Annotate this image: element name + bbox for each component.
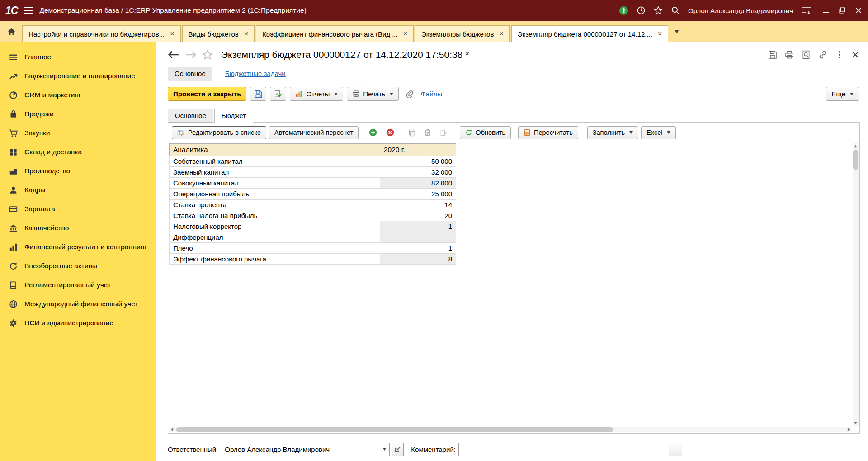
horizontal-scroll-thumb[interactable] — [176, 427, 613, 432]
sidebar-item-sales[interactable]: Продажи — [0, 105, 156, 124]
tab-close-icon[interactable]: × — [403, 30, 407, 38]
analytics-cell[interactable]: Эффект финансового рычага — [170, 254, 380, 265]
tab-budget-instance-active[interactable]: Экземпляр бюджета 000000127 от 14.12....… — [511, 25, 669, 42]
analytics-cell[interactable]: Заемный капитал — [170, 167, 380, 178]
post-and-close-button[interactable]: Провести и закрыть — [168, 87, 246, 101]
vertical-scrollbar[interactable] — [853, 143, 859, 426]
fill-button[interactable]: Заполнить — [587, 126, 638, 139]
sidebar-item-hr[interactable]: Кадры — [0, 181, 156, 200]
print-icon[interactable] — [785, 50, 794, 59]
history-icon[interactable] — [637, 6, 646, 15]
main-menu-icon[interactable] — [24, 7, 33, 14]
back-icon[interactable] — [168, 50, 179, 59]
collapse-panels-icon[interactable] — [801, 7, 811, 14]
analytics-cell[interactable]: Дифференциал — [170, 232, 380, 243]
sidebar-item-regulated-accounting[interactable]: Регламентированный учет — [0, 276, 156, 295]
open-responsible-button[interactable] — [392, 443, 404, 456]
tab-close-icon[interactable]: × — [244, 30, 248, 38]
favorite-star-icon[interactable] — [202, 49, 213, 60]
tab-close-icon[interactable]: × — [170, 30, 174, 38]
link-icon[interactable] — [818, 50, 827, 59]
recalculate-button[interactable]: Пересчитать — [518, 126, 578, 139]
sidebar-item-crm[interactable]: CRM и маркетинг — [0, 86, 156, 105]
scroll-down-icon[interactable] — [853, 420, 859, 426]
sidebar-item-salary[interactable]: Зарплата — [0, 200, 156, 219]
updates-icon[interactable] — [619, 6, 628, 15]
current-user[interactable]: Орлов Александр Владимирович — [688, 7, 793, 14]
more-button[interactable]: Еще — [826, 87, 859, 101]
scroll-up-icon[interactable] — [853, 143, 859, 149]
print-button[interactable]: Печать — [347, 87, 399, 101]
tab-list-dropdown-icon[interactable] — [674, 30, 679, 33]
table-row[interactable]: Собственный капитал50 000 — [170, 156, 456, 167]
forward-icon[interactable] — [185, 50, 197, 59]
search-icon[interactable] — [671, 6, 680, 15]
attachment-paperclip-icon[interactable] — [402, 87, 417, 101]
sidebar-item-main[interactable]: Главное — [0, 48, 156, 67]
value-cell[interactable]: 50 000 — [380, 156, 456, 167]
table-row[interactable]: Плечо1 — [170, 243, 456, 254]
value-cell[interactable]: 82 000 — [380, 178, 456, 189]
close-window-button[interactable] — [855, 7, 862, 14]
analytics-cell[interactable]: Плечо — [170, 243, 380, 254]
nav-tab-main[interactable]: Основное — [168, 67, 212, 81]
analytics-cell[interactable]: Налоговый корректор — [170, 221, 380, 232]
analytics-cell[interactable]: Операционная прибыль — [170, 189, 380, 200]
add-row-button[interactable] — [366, 126, 380, 139]
table-row[interactable]: Эффект финансового рычага8 — [170, 254, 456, 265]
copy-button[interactable] — [405, 126, 419, 139]
save-icon[interactable] — [768, 50, 777, 59]
column-header-2020[interactable]: 2020 г. — [380, 144, 456, 156]
value-cell[interactable] — [380, 232, 456, 243]
refresh-button[interactable]: Обновить — [460, 126, 511, 139]
close-form-icon[interactable] — [852, 51, 859, 58]
save-button[interactable] — [250, 87, 266, 101]
comment-input[interactable] — [458, 443, 667, 456]
nav-tab-budget-tasks[interactable]: Бюджетные задачи — [225, 70, 286, 77]
tab-budget-instances[interactable]: Экземпляры бюджетов × — [415, 25, 510, 42]
tab-budget-page[interactable]: Бюджет — [214, 109, 253, 123]
table-row[interactable]: Налоговый корректор1 — [170, 221, 456, 232]
table-row[interactable]: Совокупный капитал82 000 — [170, 178, 456, 189]
maximize-button[interactable] — [839, 7, 845, 14]
analytics-cell[interactable]: Собственный капитал — [170, 156, 380, 167]
analytics-cell[interactable]: Ставка процента — [170, 200, 380, 210]
comment-ellipsis-button[interactable]: ... — [669, 443, 682, 456]
auto-recalc-button[interactable]: Автоматический пересчет — [269, 126, 359, 139]
home-icon[interactable] — [7, 28, 16, 35]
scroll-left-icon[interactable] — [169, 427, 175, 432]
value-cell[interactable]: 8 — [380, 254, 456, 265]
tab-close-icon[interactable]: × — [658, 30, 662, 38]
tab-close-icon[interactable]: × — [499, 30, 503, 38]
vertical-scroll-thumb[interactable] — [853, 150, 858, 170]
value-cell[interactable]: 32 000 — [380, 167, 456, 178]
value-cell[interactable]: 20 — [380, 210, 456, 221]
table-row[interactable]: Операционная прибыль25 000 — [170, 189, 456, 200]
sidebar-item-international-accounting[interactable]: Международный финансовый учет — [0, 295, 156, 314]
tab-main-page[interactable]: Основное — [168, 109, 213, 123]
analytics-cell[interactable]: Ставка налога на прибыль — [170, 210, 380, 221]
scroll-right-icon[interactable] — [846, 427, 852, 432]
sidebar-item-purchases[interactable]: Закупки — [0, 124, 156, 143]
value-cell[interactable]: 14 — [380, 200, 456, 210]
copy-values-button[interactable] — [436, 126, 451, 139]
value-cell[interactable]: 25 000 — [380, 189, 456, 200]
sidebar-item-warehouse[interactable]: Склад и доставка — [0, 143, 156, 162]
excel-button[interactable]: Excel — [641, 126, 676, 139]
sidebar-item-noncurrent-assets[interactable]: Внеоборотные активы — [0, 257, 156, 276]
paste-button[interactable] — [420, 126, 435, 139]
sidebar-item-nsi-admin[interactable]: НСИ и администрирование — [0, 314, 156, 333]
responsible-input[interactable] — [221, 443, 379, 456]
post-button[interactable] — [270, 87, 286, 101]
sidebar-item-finresult[interactable]: Финансовый результат и контроллинг — [0, 238, 156, 257]
favorites-star-icon[interactable] — [654, 6, 663, 15]
tab-leverage-coefficient[interactable]: Коэффициент финансового рычага (Вид ... … — [256, 25, 414, 42]
sidebar-item-budgeting[interactable]: Бюджетирование и планирование — [0, 67, 156, 86]
combo-dropdown-icon[interactable] — [379, 443, 389, 456]
table-row[interactable]: Заемный капитал32 000 — [170, 167, 456, 178]
value-cell[interactable]: 1 — [380, 221, 456, 232]
horizontal-scrollbar[interactable] — [169, 427, 852, 432]
more-icon[interactable] — [835, 50, 844, 59]
sidebar-item-treasury[interactable]: Казначейство — [0, 219, 156, 238]
value-cell[interactable]: 1 — [380, 243, 456, 254]
